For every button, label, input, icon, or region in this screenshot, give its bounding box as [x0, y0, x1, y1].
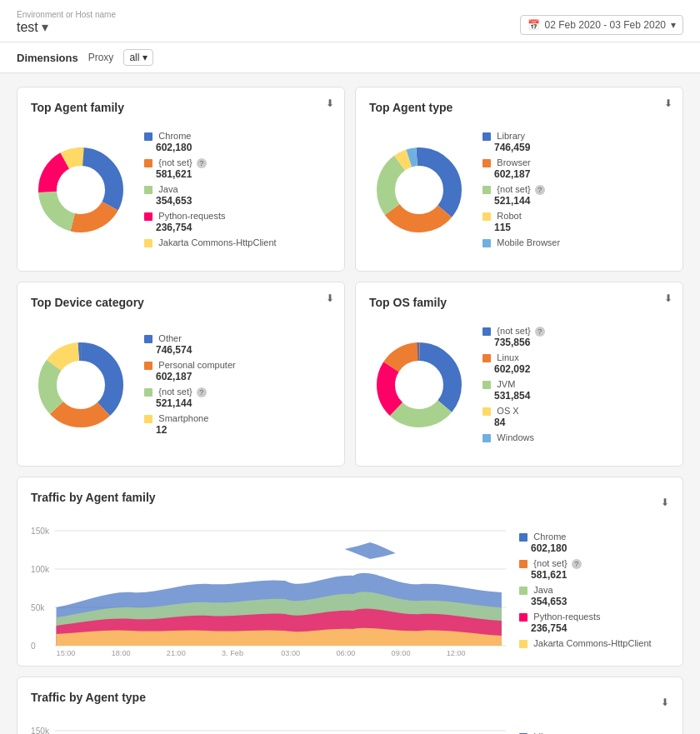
svg-point-16: [58, 362, 104, 408]
svg-text:06:00: 06:00: [336, 649, 355, 657]
notset-label: {not set} ?: [158, 387, 206, 397]
proxy-label: Proxy: [88, 52, 114, 63]
java-color: [144, 186, 152, 194]
notset-traffic-color: [519, 560, 528, 568]
legend-item: Library 746,459: [482, 130, 669, 153]
osx-value: 84: [494, 417, 669, 428]
toolbar: Dimensions Proxy all ▾: [0, 42, 700, 73]
legend-item: Linux 602,092: [482, 352, 669, 375]
traffic-agent-family-title: Traffic by Agent family: [31, 491, 156, 504]
help-icon[interactable]: ?: [572, 559, 582, 569]
donut-charts-grid: Top Agent family ⬇: [17, 87, 683, 467]
donut-chart-agent-type: [369, 140, 469, 242]
jakarta-traffic-label: Jakarta Commons-HttpClient: [533, 638, 651, 648]
notset-value: 521,144: [156, 397, 331, 409]
svg-text:0: 0: [31, 642, 36, 651]
python-traffic-value: 236,754: [531, 622, 669, 634]
notset-traffic-value: 581,621: [531, 569, 669, 581]
osx-label: OS X: [497, 406, 518, 416]
top-agent-type-card: Top Agent type ⬇ Library: [355, 87, 683, 272]
jakarta-traffic-color: [519, 640, 528, 648]
legend-item: Chrome 602,180: [519, 531, 669, 554]
pc-value: 602,187: [156, 371, 331, 382]
svg-text:150k: 150k: [31, 727, 50, 734]
download-traffic-agent-type-icon[interactable]: ⬇: [661, 697, 669, 708]
download-traffic-agent-family-icon[interactable]: ⬇: [661, 497, 669, 508]
donut-content: {not set} ? 735,856 Linux 602,092 JVM 53…: [369, 319, 669, 452]
legend-item: JVM 531,854: [482, 378, 669, 402]
browser-value: 602,187: [494, 168, 669, 180]
legend-item: Robot 115: [482, 210, 669, 233]
mobile-browser-label: Mobile Browser: [497, 237, 560, 247]
top-os-family-card: Top OS family ⬇ {not set} ?: [355, 282, 683, 467]
download-agent-family-icon[interactable]: ⬇: [326, 97, 334, 109]
os-family-legend: {not set} ? 735,856 Linux 602,092 JVM 53…: [482, 325, 669, 447]
python-value: 236,754: [156, 222, 331, 233]
legend-item: {not set} ? 735,856: [482, 325, 669, 348]
notset-value: 521,144: [494, 195, 669, 207]
svg-text:09:00: 09:00: [392, 649, 411, 657]
download-agent-type-icon[interactable]: ⬇: [664, 97, 672, 109]
legend-item: Java 354,653: [144, 183, 331, 207]
donut-svg-os-family: [369, 335, 469, 435]
traffic-chart-svg: 150k 100k 50k 0: [31, 524, 506, 657]
all-label: all: [129, 52, 139, 63]
env-dropdown-icon[interactable]: ▾: [42, 19, 48, 35]
chrome-traffic-color: [519, 533, 528, 542]
svg-text:100k: 100k: [31, 565, 50, 574]
legend-item: Other 746,574: [144, 332, 331, 356]
svg-point-11: [396, 167, 442, 213]
help-icon[interactable]: ?: [197, 387, 207, 397]
notset-traffic-label: {not set} ?: [533, 558, 581, 568]
traffic-agent-type-card: Traffic by Agent type ⬇ 150k 100k 50k 0: [17, 677, 683, 734]
jvm-value: 531,854: [494, 390, 669, 402]
robot-color: [482, 212, 491, 221]
calendar-icon: 📅: [528, 19, 540, 31]
svg-point-5: [58, 167, 104, 213]
library-value: 746,459: [494, 142, 669, 153]
robot-label: Robot: [497, 211, 521, 221]
date-range-picker[interactable]: 📅 02 Feb 2020 - 03 Feb 2020 ▾: [520, 15, 683, 35]
windows-color: [482, 434, 491, 442]
chrome-label: Chrome: [158, 131, 191, 141]
main-content: Top Agent family ⬇: [0, 73, 700, 734]
help-icon[interactable]: ?: [535, 185, 545, 195]
help-icon[interactable]: ?: [535, 327, 545, 337]
env-select[interactable]: test ▾: [17, 19, 116, 35]
python-label: Python-requests: [158, 211, 225, 221]
smartphone-label: Smartphone: [158, 413, 208, 423]
pc-color: [144, 362, 152, 370]
date-dropdown-icon[interactable]: ▾: [671, 19, 676, 31]
download-os-family-icon[interactable]: ⬇: [664, 292, 672, 304]
top-agent-family-title: Top Agent family: [31, 101, 331, 114]
notset-os-color: [482, 327, 491, 336]
all-dropdown-icon[interactable]: ▾: [142, 52, 148, 63]
jakarta-label: Jakarta Commons-HttpClient: [158, 237, 276, 247]
donut-chart-os-family: [369, 335, 469, 437]
top-agent-type-title: Top Agent type: [369, 101, 669, 114]
library-label: Library: [497, 131, 525, 141]
legend-item: Windows: [482, 432, 669, 443]
java-traffic-color: [519, 587, 528, 595]
notset-color: [482, 186, 491, 194]
top-device-category-card: Top Device category ⬇ Other: [17, 282, 345, 467]
help-icon[interactable]: ?: [197, 158, 207, 168]
mobile-browser-color: [482, 239, 491, 247]
donut-chart-agent-family: [31, 140, 131, 242]
svg-text:21:00: 21:00: [167, 649, 186, 657]
chrome-color: [144, 132, 152, 141]
legend-item: Jakarta Commons-HttpClient: [144, 237, 331, 248]
top-os-family-title: Top OS family: [369, 296, 669, 309]
traffic-inner: 150k 100k 50k 0: [31, 524, 669, 652]
legend-item: Personal computer 602,187: [144, 359, 331, 382]
svg-text:12:00: 12:00: [447, 649, 466, 657]
chrome-traffic-label: Chrome: [533, 532, 566, 542]
donut-content: Other 746,574 Personal computer 602,187 …: [31, 319, 331, 452]
linux-value: 602,092: [494, 363, 669, 375]
all-select-dropdown[interactable]: all ▾: [123, 49, 153, 66]
legend-item: {not set} ? 581,621: [519, 557, 669, 581]
traffic-agent-family-chart: 150k 100k 50k 0: [31, 524, 506, 641]
python-traffic-color: [519, 613, 528, 622]
legend-item: {not set} ? 581,621: [144, 157, 331, 180]
download-device-category-icon[interactable]: ⬇: [326, 292, 334, 304]
